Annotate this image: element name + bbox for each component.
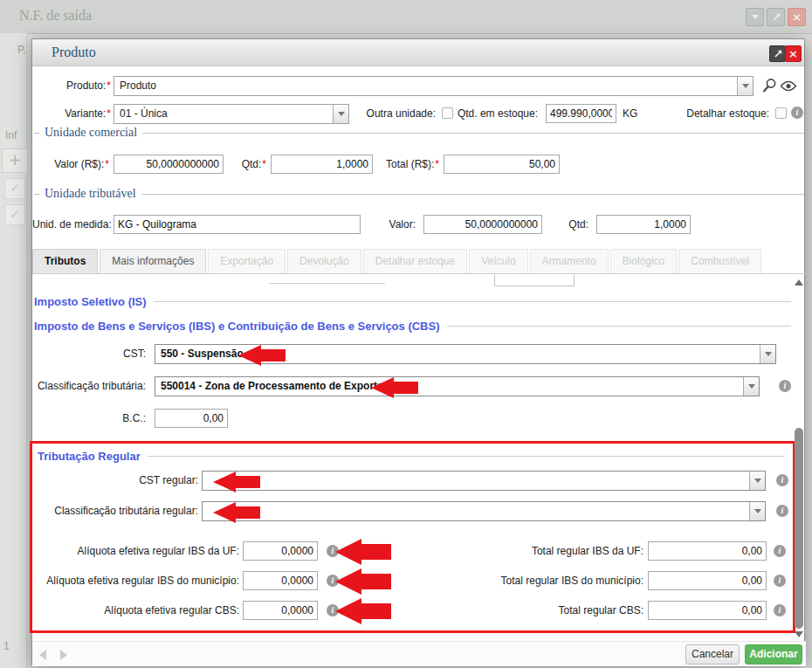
bc-label: B.C.: [32,411,146,425]
tab-combustivel: Combustível [678,249,761,273]
detalhar-estoque-label: Detalhar estoque: [643,107,769,121]
unidade-comercial-legend: Unidade comercial [45,126,137,140]
aliquota-ibs-municipio-input[interactable] [243,571,318,590]
unid-medida-input[interactable] [114,215,361,234]
produto-combobox[interactable]: Produto [114,76,754,96]
tab-mais-informacoes[interactable]: Mais informações [100,249,206,273]
unid-medida-label: Unid. de medida: [32,217,109,231]
background-window-title: N.F. de saída [19,8,92,24]
close-button[interactable] [785,45,802,62]
collapse-button[interactable] [746,8,764,26]
variante-label: Variante:* [32,107,111,121]
section-imposto-seletivo: Imposto Seletivo (IS) [34,295,791,308]
check-icon[interactable] [4,204,25,225]
close-button[interactable] [788,8,806,26]
tab-bar: Tributos Mais informações Exportação Dev… [32,249,806,274]
maximize-button[interactable] [767,8,785,26]
scroll-up-icon[interactable] [795,279,803,286]
annotation-arrow [213,472,260,492]
annotation-arrow [238,345,286,366]
tab-tributos[interactable]: Tributos [32,249,98,273]
qtd-comercial-label: Qtd:* [207,157,266,171]
scrollbar-thumb[interactable] [795,428,803,629]
tab-veiculo: Veículo [469,249,527,273]
detalhar-estoque-checkbox[interactable] [775,107,787,119]
total-cbs-input[interactable] [648,601,767,620]
section-tributacao-regular: Tributação Regular [38,450,784,463]
info-icon[interactable] [774,604,786,616]
chevron-down-icon[interactable] [749,502,765,520]
variante-combobox[interactable]: 01 - Única [114,104,349,124]
chevron-down-icon[interactable] [743,377,759,396]
classificacao-label: Classificação tributária: [32,379,146,393]
info-icon[interactable] [776,474,788,486]
dialog-header[interactable]: Produto [32,39,804,66]
unidade-tributavel-fieldset: Unidade tributável [34,187,804,201]
next-item-button[interactable] [60,650,67,660]
search-icon[interactable] [762,78,777,93]
section-ibs-cbs: Imposto de Bens e Serviços (IBS) e Contr… [34,320,791,333]
variante-value: 01 - Única [114,105,333,123]
bc-input[interactable] [155,409,228,428]
background-row-number: 1 [3,640,10,652]
previous-item-button[interactable] [39,650,46,660]
cst-regular-value [203,472,749,490]
total-cbs-label: Total regular CBS: [382,603,643,617]
clipped-field [269,281,385,284]
qtd-estoque-input[interactable] [546,104,616,123]
qtd-estoque-label: Qtd. em estoque: [443,107,538,121]
expand-icon [772,13,781,22]
vertical-scrollbar[interactable] [794,276,805,643]
background-partial-tab-label: Inf [5,129,17,141]
maximize-button[interactable] [769,45,786,62]
close-icon [792,11,802,23]
chevron-down-icon[interactable] [737,77,753,95]
unidade-tributavel-legend: Unidade tributável [45,187,136,201]
check-icon[interactable] [4,178,25,199]
outra-unidade-label: Outra unidade: [338,107,436,121]
tab-armamento: Armamento [530,249,609,273]
dialog-title: Produto [52,45,96,60]
tab-detalhar-estoque: Detalhar estoque [363,249,467,273]
info-icon[interactable] [779,380,791,392]
cst-regular-select[interactable] [202,471,766,491]
background-partial-text: P. [17,44,26,56]
info-icon[interactable] [774,545,786,557]
cst-label: CST: [32,347,146,361]
tab-biologico: Biológico [610,249,678,273]
valor-tributavel-label: Valor: [347,217,416,231]
info-icon[interactable] [791,107,803,119]
info-icon[interactable] [776,505,788,517]
dialog-footer: Cancelar Adicionar [32,641,806,666]
classificacao-value: 550014 - Zona de Processamento de Export… [155,377,743,396]
chevron-down-icon[interactable] [749,472,765,490]
total-comercial-input[interactable] [444,155,560,174]
eye-icon[interactable] [780,80,797,92]
plus-icon[interactable] [2,148,28,173]
annotation-arrow [213,502,260,523]
valor-tributavel-input[interactable] [423,215,542,234]
chevron-down-icon[interactable] [760,345,775,363]
background-window-controls [746,8,806,26]
annotation-arrow [371,377,418,398]
info-icon[interactable] [774,575,786,587]
aliquota-ibs-municipio-label: Alíquota efetiva regular IBS do municípi… [32,574,239,588]
qtd-tributavel-input[interactable] [596,215,691,234]
classificacao-regular-select[interactable] [202,501,766,521]
aliquota-ibs-uf-input[interactable] [243,541,318,561]
chevron-down-icon [752,15,759,19]
cst-regular-label: CST regular: [32,473,198,487]
total-ibs-municipio-input[interactable] [648,571,767,590]
qtd-tributavel-label: Qtd: [547,217,588,231]
cancel-button[interactable]: Cancelar [685,644,740,665]
produto-value: Produto [114,77,737,95]
total-ibs-uf-input[interactable] [648,541,767,561]
tab-exportacao: Exportação [208,249,286,273]
aliquota-cbs-input[interactable] [243,601,318,620]
add-button[interactable]: Adicionar [745,644,802,665]
classificacao-select[interactable]: 550014 - Zona de Processamento de Export… [155,376,760,396]
scroll-down-icon[interactable] [795,631,803,637]
produto-label: Produto:* [32,79,111,93]
close-icon [788,48,798,59]
produto-dialog: Produto Produto:* Produto Variante:* 01 … [31,38,805,665]
